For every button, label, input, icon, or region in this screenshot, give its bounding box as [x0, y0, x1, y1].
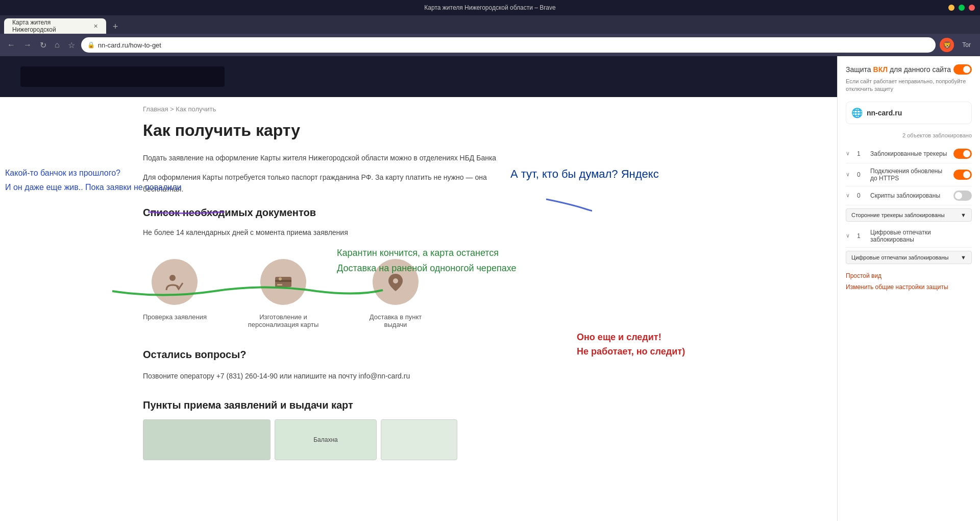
map-section: Пункты приема заявлений и выдачи карт Ба…: [143, 399, 694, 460]
tab-label: Карта жителя Нижегородской: [12, 19, 89, 33]
shield-subtitle: Если сайт работает неправильно, попробуй…: [846, 78, 972, 93]
tab-close-button[interactable]: ✕: [93, 23, 98, 30]
fingerprints-dropdown[interactable]: Цифровые отпечатки заблокированы ▼: [846, 251, 972, 264]
shield-row-https: ∨ 0 Подключения обновлены до HTTPS: [846, 163, 972, 186]
main-content: Главная > Как получить Как получить карт…: [0, 56, 980, 521]
window-title: Карта жителя Нижегородской области – Bra…: [424, 4, 555, 11]
fingerprints-count: 1: [857, 232, 867, 240]
address-bar: ← → ↻ ⌂ ☆ 🔒 nn-card.ru/how-to-get 🦁 Tor: [0, 34, 980, 56]
breadcrumb-home[interactable]: Главная: [143, 105, 168, 113]
minimize-button[interactable]: [948, 5, 954, 11]
svg-point-4: [279, 277, 282, 280]
tab-bar: Карта жителя Нижегородской ✕ +: [0, 15, 980, 34]
website-content: Главная > Как получить Как получить карт…: [0, 56, 837, 521]
shield-row-trackers: ∨ 1 Заблокированные трекеры: [846, 145, 972, 163]
site-badge: 🌐 nn-card.ru: [846, 102, 972, 124]
step-2: Изготовление и персонализация карты: [248, 259, 319, 328]
scripts-count: 0: [857, 192, 867, 199]
svg-rect-2: [275, 280, 291, 282]
breadcrumb: Главная > Как получить: [0, 97, 837, 121]
shield-title: Защита ВКЛ для данного сайта: [846, 65, 951, 74]
shield-panel: Защита ВКЛ для данного сайта Если сайт р…: [837, 56, 980, 521]
dropdown2-arrow: ▼: [961, 254, 966, 260]
questions-title: Остались вопросы?: [143, 349, 694, 361]
shield-row-fingerprints: ∨ 1 Цифровые отпечатки заблокированы: [846, 225, 972, 248]
shield-footer: Простой вид Изменить общие настройки защ…: [846, 272, 972, 291]
map-item-2: Балахна: [275, 419, 377, 460]
lock-icon: 🔒: [87, 41, 95, 49]
scripts-label: Скрипты заблокированы: [870, 192, 950, 199]
intro-text-1: Подать заявление на оформление Карты жит…: [143, 152, 500, 163]
expand-scripts[interactable]: ∨: [846, 192, 854, 199]
trackers-label: Заблокированные трекеры: [870, 150, 950, 157]
days-text: Не более 14 календарных дней с момента п…: [143, 227, 500, 238]
window-controls: [948, 5, 975, 11]
close-button[interactable]: [969, 5, 975, 11]
new-tab-button[interactable]: +: [108, 19, 122, 34]
expand-trackers[interactable]: ∨: [846, 150, 854, 157]
maximize-button[interactable]: [959, 5, 965, 11]
step-3: Доставка в пункт выдачи: [360, 259, 431, 328]
home-button[interactable]: ⌂: [53, 38, 62, 52]
intro-text-2: Для оформления Карты потребуется только …: [143, 172, 500, 195]
step-3-label: Доставка в пункт выдачи: [360, 313, 431, 328]
svg-point-0: [169, 275, 176, 281]
brave-shield-button[interactable]: 🦁: [940, 38, 954, 52]
page-body: Как получить карту Подать заявление на о…: [0, 121, 837, 481]
url-text: nn-card.ru/how-to-get: [98, 41, 930, 49]
map-item-3: [381, 419, 457, 460]
https-label: Подключения обновлены до HTTPS: [870, 168, 950, 182]
fingerprints-label: Цифровые отпечатки заблокированы: [870, 229, 972, 243]
svg-rect-3: [277, 284, 282, 286]
simple-view-link[interactable]: Простой вид: [846, 272, 972, 279]
docs-section-title: Список необходимых документов: [143, 207, 694, 219]
globe-icon: 🌐: [851, 107, 863, 119]
steps-container: Проверка заявления Изготовл: [143, 259, 694, 328]
expand-https[interactable]: ∨: [846, 171, 854, 178]
tor-button[interactable]: Tor: [958, 39, 975, 51]
breadcrumb-current: Как получить: [176, 105, 216, 113]
reload-button[interactable]: ↻: [38, 38, 48, 52]
scripts-toggle[interactable]: [953, 191, 972, 201]
blocked-number: 2: [902, 132, 905, 138]
step-1-icon: [152, 259, 198, 305]
map-section-title: Пункты приема заявлений и выдачи карт: [143, 399, 694, 411]
page-title: Как получить карту: [143, 121, 694, 140]
trackers-toggle[interactable]: [953, 149, 972, 159]
svg-point-5: [393, 278, 398, 283]
map-item-1: [143, 419, 271, 460]
dropdown1-arrow: ▼: [961, 212, 966, 218]
https-toggle[interactable]: [953, 170, 972, 180]
titlebar: Карта жителя Нижегородской области – Bra…: [0, 0, 980, 15]
contact-text: Позвоните оператору +7 (831) 260-14-90 и…: [143, 369, 694, 383]
shield-panel-header: Защита ВКЛ для данного сайта Если сайт р…: [846, 64, 972, 93]
site-header: [0, 56, 837, 97]
map-placeholder: Балахна: [143, 419, 694, 460]
questions-section: Остались вопросы? Позвоните оператору +7…: [143, 349, 694, 383]
step-1: Проверка заявления: [143, 259, 207, 328]
address-input[interactable]: 🔒 nn-card.ru/how-to-get: [81, 37, 936, 53]
step-2-icon: [260, 259, 306, 305]
back-button[interactable]: ←: [5, 38, 17, 52]
expand-fingerprints[interactable]: ∨: [846, 232, 854, 239]
settings-link[interactable]: Изменить общие настройки защиты: [846, 283, 972, 291]
shield-status-line: Защита ВКЛ для данного сайта: [846, 64, 972, 75]
site-name: nn-card.ru: [867, 109, 902, 117]
forward-button[interactable]: →: [21, 38, 34, 52]
browser-tab[interactable]: Карта жителя Нижегородской ✕: [4, 18, 106, 34]
https-count: 0: [857, 171, 867, 178]
shield-row-scripts: ∨ 0 Скрипты заблокированы: [846, 186, 972, 205]
blocked-count-area: 2 объектов заблокировано: [846, 132, 972, 138]
shield-toggle[interactable]: [953, 64, 972, 75]
blocked-label: объектов заблокировано: [907, 132, 972, 138]
bookmark-button[interactable]: ☆: [66, 38, 77, 52]
breadcrumb-separator: >: [170, 105, 174, 113]
trackers-count: 1: [857, 150, 867, 157]
step-3-icon: [373, 259, 419, 305]
trackers-dropdown[interactable]: Сторонние трекеры заблокированы ▼: [846, 208, 972, 222]
step-2-label: Изготовление и персонализация карты: [248, 313, 319, 328]
step-1-label: Проверка заявления: [143, 313, 207, 321]
